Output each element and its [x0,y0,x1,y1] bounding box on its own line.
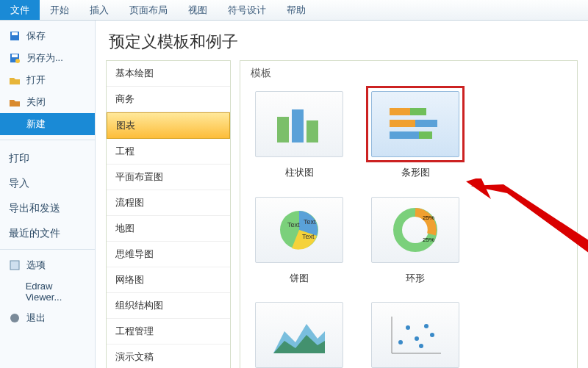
svg-point-29 [415,336,419,341]
template-thumb: 25%25% [371,197,459,263]
category-panel: 基本绘图商务图表工程平面布置图流程图地图思维导图网络图组织结构图工程管理演示文稿… [106,60,231,368]
template-label: 条形图 [401,167,430,178]
svg-text:Text: Text [287,221,300,228]
viewer-icon [9,286,20,297]
sidebar-item[interactable]: 导出和发送 [0,195,95,220]
file-sidebar: 保存另存为...打开关闭新建打印导入导出和发送最近的文件选项Edraw View… [0,21,96,368]
sidebar-item[interactable]: 关闭 [0,91,95,113]
menu-tab-3[interactable]: 页面布局 [119,0,178,20]
menu-tab-5[interactable]: 符号设计 [218,0,276,20]
category-item[interactable]: 工程管理 [107,319,230,344]
svg-rect-5 [10,261,19,270]
template-item[interactable]: 散点图 [364,297,467,368]
sidebar-item-label: 退出 [26,311,46,325]
sidebar-item[interactable]: 新建 [0,113,95,135]
menu-tab-4[interactable]: 视图 [178,0,218,20]
svg-point-30 [424,324,429,328]
sidebar-item-label: 打开 [26,73,46,87]
templates-panel: 模板 柱状图条形图TextTextText饼图25%25%环形面积图散点图蜘蛛网… [240,60,578,368]
category-item[interactable]: 基本绘图 [107,61,230,87]
menu-tab-1[interactable]: 开始 [40,0,79,20]
category-item[interactable]: 演示文稿 [107,344,230,368]
sidebar-item[interactable]: 保存 [0,25,95,47]
svg-rect-3 [12,54,18,57]
template-grid: 柱状图条形图TextTextText饼图25%25%环形面积图散点图蜘蛛网图，雷… [248,86,570,368]
svg-rect-11 [390,108,410,115]
sidebar-item[interactable]: 退出 [0,307,95,329]
template-item[interactable]: TextTextText饼图 [248,192,351,284]
sidebar-item-label: 新建 [26,118,46,131]
template-thumb [255,302,343,368]
templates-section-label: 模板 [251,67,570,80]
svg-rect-13 [390,120,415,127]
template-label: 柱状图 [285,167,314,178]
template-thumb [371,302,459,368]
open-icon [9,74,21,86]
svg-point-6 [10,314,19,322]
sidebar-item[interactable]: 选项 [0,254,95,276]
sidebar-item[interactable]: 最近的文件 [0,220,95,245]
template-item[interactable]: 柱状图 [248,86,351,178]
svg-rect-9 [306,120,318,142]
svg-point-28 [406,325,410,330]
svg-point-31 [419,344,423,348]
category-item[interactable]: 思维导图 [107,242,230,267]
svg-rect-1 [12,32,18,35]
sidebar-item-label: Edraw Viewer... [26,281,86,303]
svg-text:Text: Text [304,218,316,226]
template-thumb [255,91,343,157]
sidebar-item[interactable]: 打印 [0,145,95,170]
svg-text:Text: Text [302,233,315,240]
category-item[interactable]: 组织结构图 [107,293,230,319]
category-item[interactable]: 商务 [107,87,230,112]
category-item[interactable]: 图表 [107,112,230,139]
svg-rect-15 [390,131,419,139]
category-item[interactable]: 平面布置图 [107,165,230,190]
template-item[interactable]: 条形图 [364,86,467,178]
category-item[interactable]: 流程图 [107,190,230,216]
template-thumb [371,91,459,157]
sidebar-item[interactable]: 打开 [0,69,95,91]
category-item[interactable]: 网络图 [107,267,230,293]
exit-icon [9,312,21,324]
menu-tab-6[interactable]: 帮助 [276,0,316,20]
template-item[interactable]: 25%25%环形 [364,192,467,284]
sidebar-item[interactable]: 导入 [0,170,95,195]
menu-tab-0[interactable]: 文件 [0,0,40,20]
sidebar-item-label: 另存为... [26,51,63,65]
menu-tab-2[interactable]: 插入 [79,0,119,20]
page-title: 预定义模板和例子 [109,31,578,53]
category-item[interactable]: 工程 [107,139,230,165]
svg-text:25%: 25% [423,214,434,221]
sidebar-item-label: 关闭 [26,95,46,109]
svg-point-27 [398,340,403,344]
sidebar-item-label: 选项 [26,259,46,272]
svg-point-32 [430,333,434,337]
category-item[interactable]: 地图 [107,216,230,242]
sidebar-item[interactable]: Edraw Viewer... [0,276,95,307]
options-icon [9,259,21,271]
save-icon [9,30,21,42]
template-label: 饼图 [290,273,309,284]
sidebar-item[interactable]: 另存为... [0,47,95,69]
close-icon [9,96,21,108]
svg-point-4 [15,59,20,63]
template-item[interactable]: 面积图 [248,297,351,368]
svg-rect-7 [277,117,289,142]
svg-text:25%: 25% [423,237,434,243]
menubar: 文件开始插入页面布局视图符号设计帮助 [0,0,588,21]
template-thumb: TextTextText [255,197,343,263]
save-as-icon [9,52,21,64]
svg-rect-8 [292,109,304,142]
template-label: 环形 [406,273,425,284]
sidebar-item-label: 保存 [26,29,46,43]
